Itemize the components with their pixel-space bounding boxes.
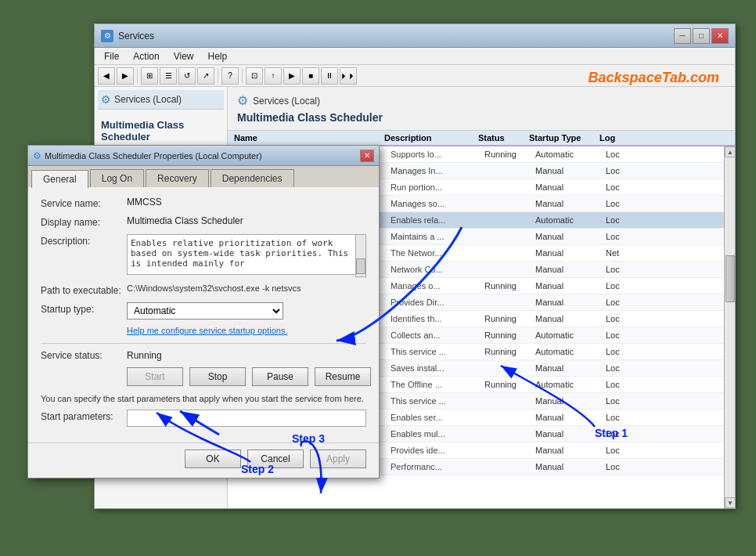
- svc-desc: Collects an...: [391, 330, 484, 340]
- minimize-button[interactable]: ─: [674, 28, 691, 44]
- svc-startup: Manual: [535, 166, 606, 175]
- service-name-value: MMCSS: [127, 197, 162, 208]
- svc-log: Loc: [606, 446, 645, 455]
- window-title: Services: [118, 31, 154, 42]
- pause-button[interactable]: Pause: [252, 367, 308, 386]
- svc-startup: Manual: [535, 413, 606, 422]
- maximize-button[interactable]: □: [693, 28, 710, 44]
- help-link[interactable]: Help me configure service startup option…: [127, 326, 366, 335]
- main-header-icon-row: ⚙ Services (Local): [237, 93, 725, 108]
- tab-logon[interactable]: Log On: [90, 169, 144, 187]
- back-button[interactable]: ◀: [98, 67, 115, 85]
- description-container: Enables relative prioritization of work …: [127, 234, 366, 277]
- startup-select[interactable]: Automatic Manual Disabled: [127, 302, 283, 320]
- service-status-value: Running: [127, 350, 162, 361]
- refresh-button[interactable]: ↺: [178, 67, 196, 85]
- col-header-status[interactable]: Status: [478, 133, 529, 143]
- new-window-button[interactable]: ⊡: [246, 67, 263, 85]
- svc-log: Loc: [606, 462, 645, 471]
- col-header-desc[interactable]: Description: [384, 133, 478, 143]
- forward-button[interactable]: ▶: [117, 67, 134, 85]
- dialog-title-bar: ⚙ Multimedia Class Scheduler Properties …: [28, 146, 379, 166]
- desc-scroll-thumb[interactable]: [356, 258, 365, 274]
- svc-startup: Manual: [535, 396, 606, 406]
- scrollbar[interactable]: ▲ ▼: [724, 146, 735, 508]
- tab-general[interactable]: General: [31, 170, 88, 188]
- svc-log: Loc: [606, 347, 645, 356]
- resume-button[interactable]: Resume: [315, 367, 371, 386]
- stop-button[interactable]: Stop: [189, 367, 246, 386]
- help-button[interactable]: ?: [221, 67, 239, 85]
- svc-log: Loc: [606, 150, 645, 159]
- scroll-up-button[interactable]: ▲: [725, 146, 735, 157]
- svc-log: Net: [606, 248, 645, 258]
- svc-desc: Saves instal...: [391, 363, 484, 373]
- start-params-row: Start parameters:: [41, 410, 366, 427]
- svc-startup: Automatic: [535, 330, 606, 340]
- menu-file[interactable]: File: [98, 49, 125, 63]
- col-header-startup[interactable]: Startup Type: [529, 133, 599, 143]
- path-label: Path to executable:: [41, 283, 127, 296]
- display-name-label: Display name:: [41, 215, 127, 228]
- path-row: Path to executable: C:\Windows\system32\…: [41, 283, 366, 296]
- svc-status: Running: [484, 314, 535, 323]
- show-console-button[interactable]: ⊞: [141, 67, 158, 85]
- up-button[interactable]: ↑: [265, 67, 282, 85]
- service-status-label: Service status:: [41, 350, 127, 361]
- cancel-button[interactable]: Cancel: [247, 449, 304, 468]
- ok-button[interactable]: OK: [185, 449, 241, 468]
- dialog-title-left: ⚙ Multimedia Class Scheduler Properties …: [33, 150, 262, 161]
- svc-startup: Manual: [535, 462, 606, 471]
- svc-status: Running: [484, 281, 535, 291]
- services-list-header: Name Description Status Startup Type Log: [228, 131, 735, 146]
- svc-startup: Automatic: [535, 347, 606, 356]
- svc-desc: The Networ...: [391, 248, 484, 258]
- tab-dependencies[interactable]: Dependencies: [211, 169, 294, 187]
- svc-log: Loc: [606, 166, 645, 175]
- svc-startup: Manual: [535, 429, 606, 439]
- dialog-close-button[interactable]: ✕: [360, 150, 374, 162]
- apply-button[interactable]: Apply: [310, 449, 366, 468]
- divider: [41, 343, 366, 344]
- menu-action[interactable]: Action: [127, 49, 165, 63]
- desc-scrollbar[interactable]: [355, 234, 366, 277]
- display-name-row: Display name: Multimedia Class Scheduler: [41, 215, 366, 228]
- svc-desc: Enables rela...: [391, 215, 484, 225]
- close-button[interactable]: ✕: [711, 28, 729, 44]
- col-header-name[interactable]: Name: [228, 133, 384, 143]
- svc-log: Loc: [606, 314, 645, 323]
- show-standard-button[interactable]: ☰: [160, 67, 177, 85]
- svc-desc: Performanc...: [391, 462, 484, 471]
- svc-desc: Manages o...: [391, 281, 484, 291]
- svc-startup: Manual: [535, 265, 606, 274]
- toolbar-sep1: [137, 69, 138, 83]
- main-header-label: Services (Local): [253, 96, 320, 107]
- start-params-label: Start parameters:: [41, 410, 127, 422]
- restart-button[interactable]: ⏵⏵: [340, 67, 357, 85]
- svc-startup: Manual: [535, 199, 606, 208]
- description-textarea[interactable]: Enables relative prioritization of work …: [127, 234, 366, 275]
- scrollbar-thumb[interactable]: [725, 255, 735, 302]
- tab-recovery[interactable]: Recovery: [146, 169, 209, 187]
- services-icon: ⚙: [101, 30, 113, 42]
- svc-log: Loc: [606, 232, 645, 241]
- svc-log: Loc: [606, 413, 645, 422]
- svc-log: Loc: [606, 298, 645, 307]
- stop-toolbar-button[interactable]: ■: [302, 67, 319, 85]
- pause-toolbar-button[interactable]: ⏸: [321, 67, 338, 85]
- col-header-log[interactable]: Log: [599, 133, 639, 143]
- svc-desc: Manages In...: [391, 166, 484, 175]
- tabs: General Log On Recovery Dependencies: [28, 166, 379, 187]
- play-button[interactable]: ▶: [283, 67, 301, 85]
- menu-help[interactable]: Help: [202, 49, 234, 63]
- svc-desc: Provides ide...: [391, 446, 484, 455]
- svc-desc: Run portion...: [391, 182, 484, 192]
- start-button[interactable]: Start: [127, 367, 183, 386]
- menu-view[interactable]: View: [167, 49, 200, 63]
- start-params-input[interactable]: [127, 410, 366, 427]
- svc-desc: Manages so...: [391, 199, 484, 208]
- service-status-row: Service status: Running: [41, 350, 366, 361]
- export-button[interactable]: ↗: [197, 67, 214, 85]
- svc-startup: Manual: [535, 248, 606, 258]
- scroll-down-button[interactable]: ▼: [725, 497, 735, 508]
